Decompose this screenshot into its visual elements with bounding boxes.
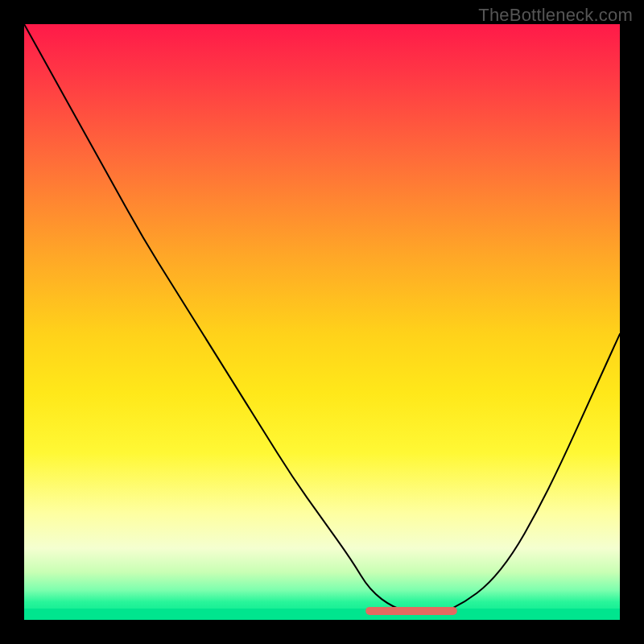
bottleneck-curve [24,24,620,614]
curve-layer [24,24,620,620]
chart-stage: TheBottleneck.com [0,0,644,644]
watermark-text: TheBottleneck.com [478,5,633,26]
chart-plot-area [24,24,620,620]
